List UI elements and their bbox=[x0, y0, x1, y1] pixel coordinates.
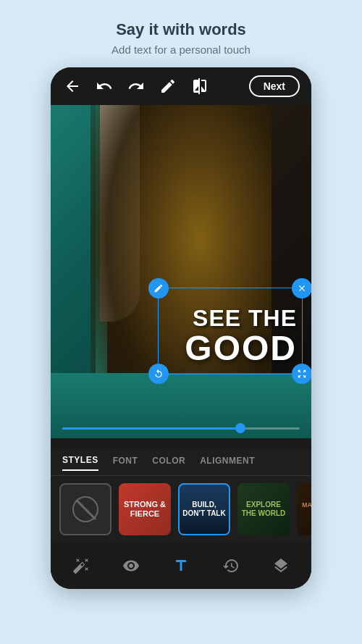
slider-fill bbox=[62, 427, 240, 430]
back-icon[interactable] bbox=[62, 76, 83, 96]
next-button[interactable]: Next bbox=[249, 75, 300, 97]
pen-icon[interactable] bbox=[158, 76, 178, 96]
toolbar-left bbox=[62, 76, 210, 96]
style-item-explore[interactable]: EXPLORETHE WORLD bbox=[237, 483, 290, 535]
nav-history[interactable] bbox=[216, 551, 245, 580]
style-item-none[interactable] bbox=[59, 483, 111, 535]
bottom-nav bbox=[51, 543, 311, 589]
style-item-build[interactable]: BUILD,DON'T TALK bbox=[178, 483, 230, 535]
phone-frame: Next bbox=[51, 67, 311, 589]
rotate-handle[interactable] bbox=[148, 364, 169, 384]
overlay-text-line2: GOOD bbox=[185, 331, 297, 366]
redo-icon[interactable] bbox=[126, 76, 146, 96]
overlay-text-line1: SEE THE bbox=[185, 306, 297, 331]
none-icon bbox=[72, 496, 98, 522]
slider-track bbox=[62, 427, 300, 430]
nav-eye[interactable] bbox=[117, 551, 146, 580]
toolbar-right: Next bbox=[249, 75, 300, 97]
style-item-strong[interactable]: STRONG &FIERCE bbox=[119, 483, 171, 535]
style-build-label: BUILD,DON'T TALK bbox=[180, 485, 229, 534]
style-explore-label: EXPLORETHE WORLD bbox=[237, 483, 290, 535]
style-strong-label: STRONG &FIERCE bbox=[119, 483, 171, 535]
nav-text[interactable] bbox=[167, 551, 195, 580]
compare-icon[interactable] bbox=[190, 76, 210, 96]
toolbar: Next bbox=[51, 67, 311, 105]
bottom-panel: STYLES FONT COLOR ALIGNMENT STRONG &FIER… bbox=[51, 448, 311, 589]
nav-layers[interactable] bbox=[266, 551, 295, 580]
page-subtitle: Add text for a personal touch bbox=[111, 43, 251, 56]
tab-styles[interactable]: STYLES bbox=[62, 455, 98, 471]
style-item-make[interactable]: MAKE IT SIG-NIFIE... bbox=[297, 483, 311, 535]
close-handle[interactable] bbox=[292, 278, 311, 298]
tab-color[interactable]: COLOR bbox=[152, 456, 185, 470]
text-overlay[interactable]: SEE THE GOOD bbox=[185, 306, 297, 366]
page-title: Say it with words bbox=[111, 20, 251, 39]
edit-handle[interactable] bbox=[148, 278, 169, 298]
page-header: Say it with words Add text for a persona… bbox=[97, 0, 265, 67]
nav-wand[interactable] bbox=[67, 551, 96, 580]
style-items-row: STRONG &FIERCE BUILD,DON'T TALK EXPLORET… bbox=[51, 476, 311, 543]
tab-font[interactable]: FONT bbox=[113, 456, 138, 470]
photo-background: SEE THE GOOD bbox=[51, 105, 311, 438]
style-make-label: MAKE IT SIG-NIFIE... bbox=[297, 483, 311, 535]
undo-icon[interactable] bbox=[94, 76, 114, 96]
tab-alignment[interactable]: ALIGNMENT bbox=[200, 456, 255, 470]
style-tabs: STYLES FONT COLOR ALIGNMENT bbox=[51, 448, 311, 476]
slider-container[interactable] bbox=[62, 421, 300, 435]
slider-thumb[interactable] bbox=[235, 423, 245, 433]
image-area: SEE THE GOOD bbox=[51, 105, 311, 438]
